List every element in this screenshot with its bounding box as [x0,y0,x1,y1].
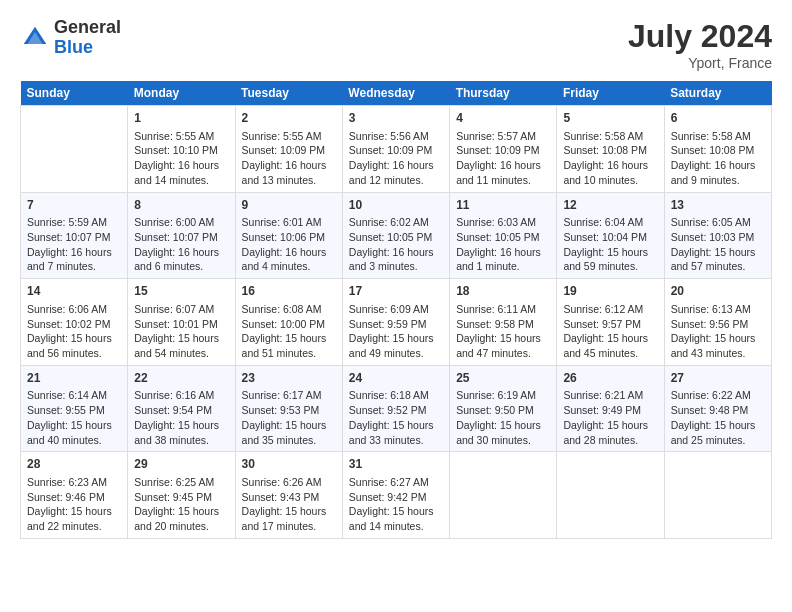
day-number: 2 [242,110,336,127]
day-info: Sunrise: 6:06 AMSunset: 10:02 PMDaylight… [27,302,121,361]
calendar-week-5: 28Sunrise: 6:23 AMSunset: 9:46 PMDayligh… [21,452,772,539]
calendar-cell: 12Sunrise: 6:04 AMSunset: 10:04 PMDaylig… [557,192,664,279]
day-info: Sunrise: 5:59 AMSunset: 10:07 PMDaylight… [27,215,121,274]
day-info: Sunrise: 6:13 AMSunset: 9:56 PMDaylight:… [671,302,765,361]
calendar-body: 1Sunrise: 5:55 AMSunset: 10:10 PMDayligh… [21,106,772,539]
page: General Blue July 2024 Yport, France Sun… [0,0,792,549]
day-info: Sunrise: 5:55 AMSunset: 10:09 PMDaylight… [242,129,336,188]
calendar-cell: 19Sunrise: 6:12 AMSunset: 9:57 PMDayligh… [557,279,664,366]
calendar-cell: 5Sunrise: 5:58 AMSunset: 10:08 PMDayligh… [557,106,664,193]
calendar-cell: 20Sunrise: 6:13 AMSunset: 9:56 PMDayligh… [664,279,771,366]
calendar-cell: 14Sunrise: 6:06 AMSunset: 10:02 PMDaylig… [21,279,128,366]
day-info: Sunrise: 6:04 AMSunset: 10:04 PMDaylight… [563,215,657,274]
day-info: Sunrise: 6:19 AMSunset: 9:50 PMDaylight:… [456,388,550,447]
calendar-cell: 31Sunrise: 6:27 AMSunset: 9:42 PMDayligh… [342,452,449,539]
calendar-cell: 13Sunrise: 6:05 AMSunset: 10:03 PMDaylig… [664,192,771,279]
day-number: 30 [242,456,336,473]
day-number: 10 [349,197,443,214]
col-sunday: Sunday [21,81,128,106]
calendar-cell: 18Sunrise: 6:11 AMSunset: 9:58 PMDayligh… [450,279,557,366]
calendar-week-3: 14Sunrise: 6:06 AMSunset: 10:02 PMDaylig… [21,279,772,366]
day-number: 13 [671,197,765,214]
logo: General Blue [20,18,121,58]
day-number: 1 [134,110,228,127]
col-monday: Monday [128,81,235,106]
calendar-cell: 24Sunrise: 6:18 AMSunset: 9:52 PMDayligh… [342,365,449,452]
calendar-cell: 22Sunrise: 6:16 AMSunset: 9:54 PMDayligh… [128,365,235,452]
day-info: Sunrise: 6:03 AMSunset: 10:05 PMDaylight… [456,215,550,274]
calendar-cell: 3Sunrise: 5:56 AMSunset: 10:09 PMDayligh… [342,106,449,193]
day-number: 27 [671,370,765,387]
day-number: 3 [349,110,443,127]
calendar-week-2: 7Sunrise: 5:59 AMSunset: 10:07 PMDayligh… [21,192,772,279]
day-info: Sunrise: 5:57 AMSunset: 10:09 PMDaylight… [456,129,550,188]
day-info: Sunrise: 6:14 AMSunset: 9:55 PMDaylight:… [27,388,121,447]
day-number: 22 [134,370,228,387]
calendar-cell: 15Sunrise: 6:07 AMSunset: 10:01 PMDaylig… [128,279,235,366]
calendar-cell [450,452,557,539]
day-info: Sunrise: 6:12 AMSunset: 9:57 PMDaylight:… [563,302,657,361]
day-info: Sunrise: 5:56 AMSunset: 10:09 PMDaylight… [349,129,443,188]
logo-general-text: General [54,18,121,38]
calendar-cell: 30Sunrise: 6:26 AMSunset: 9:43 PMDayligh… [235,452,342,539]
day-info: Sunrise: 6:21 AMSunset: 9:49 PMDaylight:… [563,388,657,447]
day-number: 6 [671,110,765,127]
day-number: 12 [563,197,657,214]
calendar-cell: 21Sunrise: 6:14 AMSunset: 9:55 PMDayligh… [21,365,128,452]
title-block: July 2024 Yport, France [628,18,772,71]
day-info: Sunrise: 6:07 AMSunset: 10:01 PMDaylight… [134,302,228,361]
day-info: Sunrise: 6:09 AMSunset: 9:59 PMDaylight:… [349,302,443,361]
calendar-cell: 6Sunrise: 5:58 AMSunset: 10:08 PMDayligh… [664,106,771,193]
calendar-cell: 23Sunrise: 6:17 AMSunset: 9:53 PMDayligh… [235,365,342,452]
calendar-cell: 7Sunrise: 5:59 AMSunset: 10:07 PMDayligh… [21,192,128,279]
day-number: 24 [349,370,443,387]
day-number: 11 [456,197,550,214]
day-info: Sunrise: 6:02 AMSunset: 10:05 PMDaylight… [349,215,443,274]
day-number: 16 [242,283,336,300]
logo-blue-text: Blue [54,38,121,58]
day-info: Sunrise: 6:22 AMSunset: 9:48 PMDaylight:… [671,388,765,447]
day-info: Sunrise: 6:18 AMSunset: 9:52 PMDaylight:… [349,388,443,447]
calendar-week-1: 1Sunrise: 5:55 AMSunset: 10:10 PMDayligh… [21,106,772,193]
day-number: 19 [563,283,657,300]
day-number: 21 [27,370,121,387]
day-info: Sunrise: 5:55 AMSunset: 10:10 PMDaylight… [134,129,228,188]
day-info: Sunrise: 6:27 AMSunset: 9:42 PMDaylight:… [349,475,443,534]
calendar-cell: 26Sunrise: 6:21 AMSunset: 9:49 PMDayligh… [557,365,664,452]
calendar-cell [664,452,771,539]
calendar-cell: 25Sunrise: 6:19 AMSunset: 9:50 PMDayligh… [450,365,557,452]
calendar-cell: 8Sunrise: 6:00 AMSunset: 10:07 PMDayligh… [128,192,235,279]
calendar-table: Sunday Monday Tuesday Wednesday Thursday… [20,81,772,539]
day-info: Sunrise: 6:00 AMSunset: 10:07 PMDaylight… [134,215,228,274]
day-info: Sunrise: 6:17 AMSunset: 9:53 PMDaylight:… [242,388,336,447]
col-thursday: Thursday [450,81,557,106]
day-number: 31 [349,456,443,473]
day-info: Sunrise: 6:16 AMSunset: 9:54 PMDaylight:… [134,388,228,447]
calendar-week-4: 21Sunrise: 6:14 AMSunset: 9:55 PMDayligh… [21,365,772,452]
day-number: 26 [563,370,657,387]
calendar-cell: 29Sunrise: 6:25 AMSunset: 9:45 PMDayligh… [128,452,235,539]
day-number: 7 [27,197,121,214]
day-number: 29 [134,456,228,473]
day-number: 28 [27,456,121,473]
day-number: 14 [27,283,121,300]
logo-text: General Blue [54,18,121,58]
calendar-cell: 2Sunrise: 5:55 AMSunset: 10:09 PMDayligh… [235,106,342,193]
day-number: 8 [134,197,228,214]
calendar-header-row: Sunday Monday Tuesday Wednesday Thursday… [21,81,772,106]
month-year-title: July 2024 [628,18,772,55]
day-number: 17 [349,283,443,300]
calendar-cell: 9Sunrise: 6:01 AMSunset: 10:06 PMDayligh… [235,192,342,279]
col-wednesday: Wednesday [342,81,449,106]
day-number: 9 [242,197,336,214]
col-saturday: Saturday [664,81,771,106]
calendar-cell: 1Sunrise: 5:55 AMSunset: 10:10 PMDayligh… [128,106,235,193]
day-info: Sunrise: 5:58 AMSunset: 10:08 PMDaylight… [563,129,657,188]
day-number: 25 [456,370,550,387]
header: General Blue July 2024 Yport, France [20,18,772,71]
calendar-cell: 10Sunrise: 6:02 AMSunset: 10:05 PMDaylig… [342,192,449,279]
day-info: Sunrise: 5:58 AMSunset: 10:08 PMDaylight… [671,129,765,188]
day-number: 15 [134,283,228,300]
day-number: 18 [456,283,550,300]
day-info: Sunrise: 6:26 AMSunset: 9:43 PMDaylight:… [242,475,336,534]
